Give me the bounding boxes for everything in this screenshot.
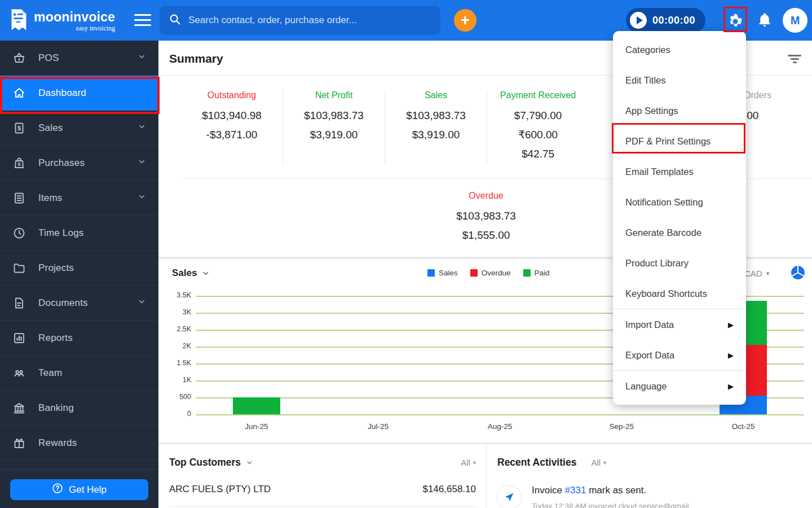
bank-icon <box>12 401 26 415</box>
people-icon <box>12 366 26 380</box>
search-bar <box>160 6 440 35</box>
top-customers-panel: Top Customers All ▾ ARC FUELS (PTY) LTD … <box>158 444 486 508</box>
sidebar-item-reports[interactable]: Reports <box>0 321 158 356</box>
x-axis-label: Sep-25 <box>582 422 661 431</box>
menu-item-generate-barcode[interactable]: Generate Barcode <box>613 217 746 248</box>
caret-down-icon: ▾ <box>473 459 476 466</box>
sidebar-item-label: Items <box>38 192 63 204</box>
avatar[interactable]: M <box>783 8 807 33</box>
help-icon <box>52 483 63 497</box>
invoice-link[interactable]: #331 <box>565 485 586 496</box>
brand-name: mooninvoice <box>34 11 115 24</box>
y-axis-tick: 500 <box>169 393 191 401</box>
y-axis-tick: 0 <box>169 410 191 418</box>
menu-item-pdf-print-settings[interactable]: PDF & Print Settings <box>613 126 746 156</box>
menu-item-notification-setting[interactable]: Notification Setting <box>613 187 746 217</box>
svg-text:$: $ <box>17 124 21 131</box>
sidebar-item-projects[interactable]: Projects <box>0 251 158 286</box>
timer-value: 00:00:00 <box>652 15 695 27</box>
menu-item-language[interactable]: Language▶ <box>613 371 746 401</box>
search-icon <box>169 13 181 28</box>
brand-tagline: easy invoicing <box>34 25 115 32</box>
sidebar-item-purchases[interactable]: $Purchases <box>0 146 158 181</box>
hamburger-menu-icon[interactable] <box>134 14 151 29</box>
invoice-dollar-icon: $ <box>12 121 26 135</box>
menu-item-keyboard-shortcuts[interactable]: Keyboard Shortcuts <box>613 278 746 309</box>
sidebar-item-documents[interactable]: Documents <box>0 286 158 321</box>
x-axis-label: Oct-25 <box>704 422 783 431</box>
menu-item-email-templates[interactable]: Email Templates <box>613 156 746 187</box>
activity-text: Invoice #331 mark as sent. <box>532 485 689 496</box>
y-axis-tick: 1.5K <box>169 359 191 367</box>
chevron-down-icon <box>245 458 254 467</box>
bag-dollar-icon: $ <box>12 156 26 170</box>
bar-paid-Jun-25[interactable] <box>233 397 280 414</box>
settings-gear-icon[interactable] <box>727 12 744 29</box>
gridline <box>196 414 804 415</box>
sidebar-item-label: Purchases <box>38 157 85 169</box>
y-axis-tick: 3.5K <box>169 291 191 299</box>
activities-filter-dropdown[interactable]: All ▾ <box>591 458 606 467</box>
y-axis-tick: 1K <box>169 376 191 384</box>
activity-meta: Today 12:38 AM invoiced.cloud.service@gm… <box>532 502 689 508</box>
get-help-label: Get Help <box>69 484 107 496</box>
clock-icon <box>12 226 26 240</box>
notifications-bell-icon[interactable] <box>757 12 774 29</box>
play-icon[interactable] <box>630 12 647 29</box>
chevron-down-icon <box>138 52 146 63</box>
chevron-down-icon <box>138 122 146 133</box>
sidebar-item-label: Time Logs <box>38 227 84 239</box>
brand-logo[interactable]: mooninvoice easy invoicing <box>8 7 115 34</box>
sidebar-item-label: Rewards <box>38 437 77 449</box>
get-help-button[interactable]: Get Help <box>10 479 148 500</box>
add-button[interactable]: + <box>454 9 476 32</box>
menu-item-categories[interactable]: Categories <box>613 34 746 65</box>
x-axis-label: Aug-25 <box>461 422 540 431</box>
document-icon <box>12 296 26 310</box>
x-axis-label: Jun-25 <box>217 422 296 431</box>
menu-item-edit-titles[interactable]: Edit Titles <box>613 65 746 95</box>
menu-item-export-data[interactable]: Export Data▶ <box>613 340 746 370</box>
caret-down-icon: ▾ <box>603 459 606 466</box>
chevron-down-icon <box>138 297 146 308</box>
send-icon <box>497 485 522 508</box>
timer-widget[interactable]: 00:00:00 <box>626 8 705 33</box>
sidebar-item-label: Projects <box>38 262 74 274</box>
sidebar-item-pos[interactable]: POS <box>0 41 158 76</box>
chevron-down-icon <box>138 157 146 168</box>
top-customers-title[interactable]: Top Customers <box>169 457 254 468</box>
menu-item-import-data[interactable]: Import Data▶ <box>613 309 746 340</box>
customers-filter-dropdown[interactable]: All ▾ <box>461 458 476 467</box>
y-axis-tick: 2K <box>169 342 191 350</box>
bar-chart-icon <box>12 331 26 345</box>
sidebar-item-sales[interactable]: $Sales <box>0 111 158 146</box>
submenu-arrow-icon: ▶ <box>728 351 734 360</box>
sidebar-item-label: Reports <box>38 332 73 344</box>
mooninvoice-logo-icon <box>8 7 29 34</box>
sidebar-item-items[interactable]: Items <box>0 181 158 216</box>
sidebar-item-label: POS <box>38 52 59 64</box>
menu-item-product-library[interactable]: Product Library <box>613 248 746 278</box>
submenu-arrow-icon: ▶ <box>728 382 734 391</box>
sidebar-item-label: Banking <box>38 402 74 414</box>
sidebar-item-team[interactable]: Team <box>0 356 158 391</box>
sidebar-item-time-logs[interactable]: Time Logs <box>0 216 158 251</box>
app-root: mooninvoice easy invoicing + 00:00:00 <box>0 0 812 508</box>
search-input[interactable] <box>188 15 431 26</box>
sidebar-item-label: Dashboard <box>38 87 86 99</box>
y-axis-tick: 3K <box>169 308 191 316</box>
menu-item-app-settings[interactable]: App Settings <box>613 95 746 126</box>
recent-activities-title: Recent Activities <box>497 457 576 468</box>
activity-item: Invoice #331 mark as sent. Today 12:38 A… <box>497 485 689 508</box>
sidebar-item-rewards[interactable]: Rewards <box>0 426 158 461</box>
sidebar-item-banking[interactable]: Banking <box>0 391 158 426</box>
chevron-down-icon <box>138 192 146 203</box>
sidebar-item-dashboard[interactable]: Dashboard <box>0 76 158 111</box>
recent-activities-panel: Recent Activities All ▾ Invoice #331 mar… <box>486 444 812 508</box>
customer-name: ARC FUELS (PTY) LTD <box>169 484 271 495</box>
basket-icon <box>12 51 26 65</box>
x-axis-label: Jul-25 <box>339 422 418 431</box>
home-icon <box>12 86 26 100</box>
customer-row[interactable]: ARC FUELS (PTY) LTD $146,658.10 <box>169 484 476 495</box>
sidebar-item-label: Team <box>38 367 62 379</box>
